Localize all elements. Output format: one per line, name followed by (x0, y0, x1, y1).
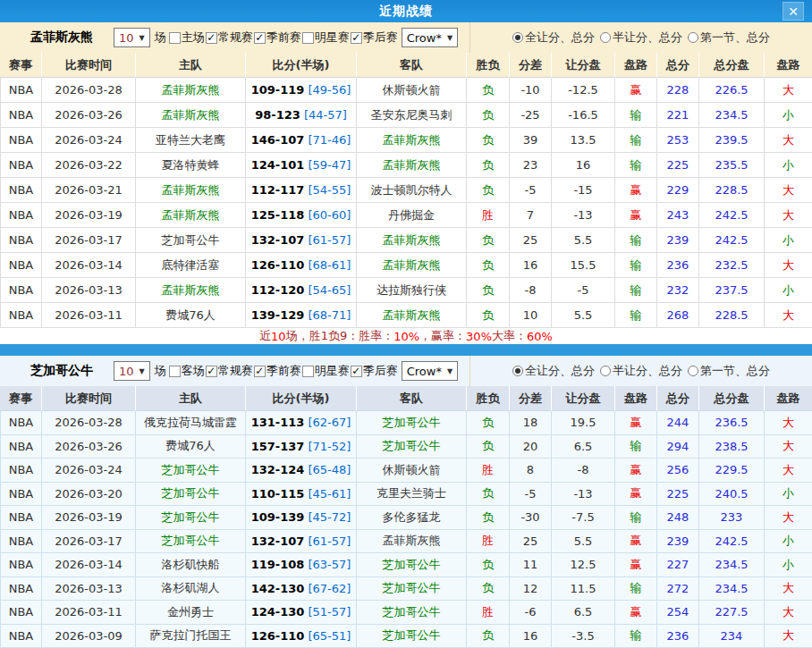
result-cell: 负 (467, 553, 510, 577)
diff-cell: 7 (510, 203, 552, 228)
radio-第一节、总分[interactable]: 第一节、总分 (688, 363, 770, 379)
close-button[interactable]: ✕ (782, 2, 804, 21)
odds-company-value: Crow* (407, 365, 442, 378)
total-cell: 221 (657, 103, 699, 128)
halftime-score: [44-57] (300, 108, 347, 122)
date-cell: 2026-03-28 (42, 411, 136, 435)
summary-text: 近 (259, 328, 271, 344)
over-under-cell: 大 (765, 128, 812, 153)
fulltime-score: 142-130 (251, 582, 305, 595)
games-count-select[interactable]: 10 ▼ (114, 361, 150, 381)
date-cell: 2026-03-11 (42, 303, 136, 328)
total-line-cell: 242.5 (699, 228, 765, 253)
home-team-cell: 底特律活塞 (136, 253, 246, 278)
game-row: NBA2026-03-11金州勇士124-130 [51-57]芝加哥公牛胜-6… (0, 601, 812, 625)
radio-selected-icon (512, 366, 523, 376)
total-line-cell: 227.5 (699, 601, 765, 625)
col-header-diff: 分差 (510, 386, 552, 411)
league-cell: NBA (0, 253, 42, 278)
col-header-total-line: 总分盘 (699, 386, 765, 411)
result-cell: 负 (467, 303, 510, 328)
handicap-cell: 12.5 (552, 553, 615, 577)
total-line-cell: 226.5 (699, 78, 765, 103)
game-row: NBA2026-03-19芝加哥公牛109-139 [45-72]多伦多猛龙负-… (0, 506, 812, 530)
col-header-total: 总分 (657, 53, 699, 78)
result-cell: 负 (467, 78, 510, 103)
checkbox-label: 常规赛 (218, 29, 253, 46)
filter-checkbox-季前赛[interactable]: ✓季前赛 (254, 363, 301, 379)
total-line-cell: 236.5 (699, 411, 765, 435)
date-cell: 2026-03-20 (42, 483, 136, 507)
summary-text: 大率： (492, 328, 527, 344)
total-cell: 227 (657, 553, 699, 577)
summary-stat-value: 30% (466, 330, 492, 343)
summary-stat-value: 10 (271, 330, 286, 343)
col-header-result: 胜负 (467, 53, 510, 78)
result-cell: 负 (467, 178, 510, 203)
odds-company-select[interactable]: Crow* ▼ (402, 28, 458, 47)
radio-半让分、总分[interactable]: 半让分、总分 (600, 29, 682, 46)
col-header-handicap: 让分盘 (552, 53, 615, 78)
checkbox-unchecked-icon (169, 366, 181, 377)
date-cell: 2026-03-09 (42, 625, 136, 648)
game-row: NBA2026-03-28孟菲斯灰熊109-119 [49-56]休斯顿火箭负-… (0, 78, 812, 103)
filter-checkbox-季后赛[interactable]: ✓季后赛 (351, 363, 398, 379)
home-team-cell: 孟菲斯灰熊 (136, 203, 246, 228)
result-cell: 负 (467, 411, 510, 435)
score-cell: 124-101 [59-47] (246, 153, 357, 178)
filter-checkbox-明星赛[interactable]: 明星赛 (302, 29, 350, 46)
league-cell: NBA (0, 78, 42, 103)
home-team-cell: 费城76人 (136, 303, 246, 328)
handicap-cell: 6.5 (552, 435, 615, 459)
handicap-outcome-cell: 输 (615, 506, 657, 530)
away-team-cell: 孟菲斯灰熊 (357, 303, 467, 328)
radio-半让分、总分[interactable]: 半让分、总分 (600, 363, 682, 379)
filter-checkbox-季后赛[interactable]: ✓季后赛 (351, 29, 398, 46)
checkbox-label: 明星赛 (315, 29, 350, 46)
total-cell: 268 (657, 303, 699, 328)
over-under-cell: 大 (765, 203, 812, 228)
game-row: NBA2026-03-19孟菲斯灰熊125-118 [60-60]丹佛掘金胜7-… (0, 203, 812, 228)
radio-全让分、总分[interactable]: 全让分、总分 (512, 363, 595, 379)
league-cell: NBA (0, 577, 42, 602)
total-line-cell: 238.5 (699, 435, 765, 459)
handicap-outcome-cell: 赢 (615, 553, 657, 577)
away-team-cell: 芝加哥公牛 (357, 411, 467, 435)
chevron-down-icon: ▼ (447, 34, 453, 42)
handicap-cell: 13.5 (552, 128, 615, 153)
summary-text: 场，胜1负9：胜率： (286, 328, 394, 344)
radio-第一节、总分[interactable]: 第一节、总分 (688, 29, 770, 46)
games-count-select[interactable]: 10 ▼ (114, 28, 150, 47)
odds-company-select[interactable]: Crow* ▼ (402, 361, 458, 381)
date-cell: 2026-03-14 (42, 253, 136, 278)
filter-checkbox-客场[interactable]: 客场 (169, 363, 205, 379)
filter-checkbox-主场[interactable]: 主场 (169, 29, 205, 46)
diff-cell: 23 (510, 153, 552, 178)
date-cell: 2026-03-13 (42, 278, 136, 303)
chevron-down-icon: ▼ (140, 367, 145, 375)
away-team-cell: 孟菲斯灰熊 (357, 228, 467, 253)
score-cell: 110-115 [45-61] (246, 483, 357, 507)
filter-checkbox-季前赛[interactable]: ✓季前赛 (254, 29, 301, 46)
results-table: 赛事 比赛时间 主队 比分(半场) 客队 胜负 分差 让分盘 盘路 总分 总分盘… (0, 386, 812, 648)
halftime-score: [61-57] (304, 534, 351, 548)
date-cell: 2026-03-21 (42, 178, 136, 203)
league-cell: NBA (0, 153, 42, 178)
result-cell: 负 (467, 278, 510, 303)
score-cell: 126-110 [68-61] (246, 253, 357, 278)
total-line-cell: 234 (699, 625, 765, 648)
diff-cell: 39 (510, 128, 552, 153)
halftime-score: [60-60] (304, 208, 351, 222)
filter-checkbox-明星赛[interactable]: 明星赛 (302, 363, 350, 379)
filter-checkbox-常规赛[interactable]: ✓常规赛 (206, 29, 253, 46)
team-name: 芝加哥公牛 (30, 363, 114, 379)
radio-group: 全让分、总分半让分、总分第一节、总分 (469, 356, 812, 386)
away-team-cell: 芝加哥公牛 (357, 435, 467, 459)
date-cell: 2026-03-17 (42, 228, 136, 253)
away-team-cell: 孟菲斯灰熊 (357, 253, 467, 278)
handicap-outcome-cell: 赢 (615, 411, 657, 435)
handicap-cell: -13 (552, 483, 615, 507)
col-header-score: 比分(半场) (246, 53, 357, 78)
filter-checkbox-常规赛[interactable]: ✓常规赛 (206, 363, 253, 379)
radio-全让分、总分[interactable]: 全让分、总分 (512, 29, 595, 46)
